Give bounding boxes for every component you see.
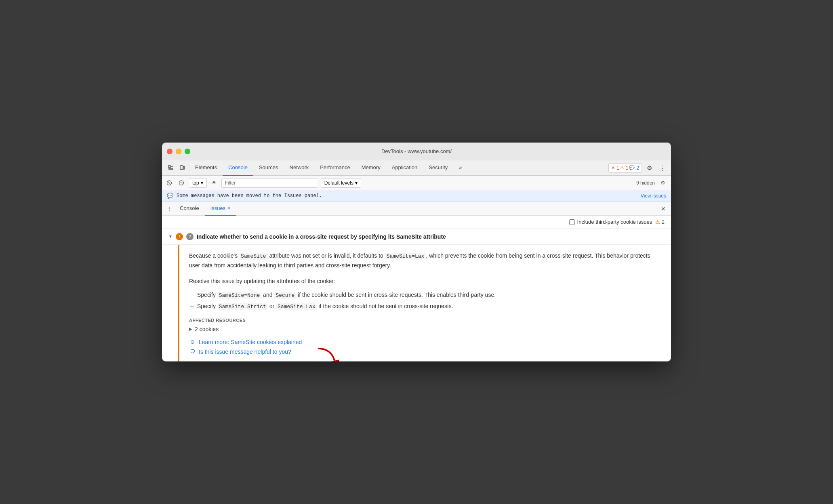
issue-detail-content: Because a cookie's SameSite attribute wa… (179, 245, 671, 361)
feedback-icon: 🗨 (189, 349, 196, 355)
svg-rect-0 (168, 166, 170, 168)
third-party-checkbox[interactable] (569, 219, 575, 225)
warning-icon: ⚠ (620, 165, 624, 170)
hidden-count: 9 hidden (636, 180, 655, 186)
traffic-lights (167, 149, 190, 154)
issue-body: Because a cookie's SameSite attribute wa… (162, 245, 671, 361)
more-options-icon[interactable]: ⋮ (656, 162, 668, 174)
issue-links: ⊙ Learn more: SameSite cookies explained… (189, 339, 661, 355)
issues-content: ▼ ! 2 Indicate whether to send a cookie … (162, 229, 671, 361)
warning-badge-icon: ⚠ (655, 219, 660, 225)
external-link-icon: ⊙ (189, 339, 196, 345)
devtools-nav-bar: Elements Console Sources Network Perform… (162, 160, 671, 176)
error-count: 1 (616, 165, 619, 171)
log-levels-button[interactable]: Default levels ▾ (321, 178, 361, 188)
tab-security[interactable]: Security (423, 160, 453, 176)
issues-header: Include third-party cookie issues ⚠ 2 (162, 216, 671, 229)
eye-icon[interactable]: 👁 (209, 178, 219, 188)
issue-warning-badge: ! (176, 233, 183, 240)
clear-console-icon[interactable] (164, 178, 174, 188)
tab-elements[interactable]: Elements (189, 160, 223, 176)
error-badge[interactable]: ✕ 1 ⚠ 1 💬 2 (608, 163, 642, 173)
sub-tab-bar: ⋮ Console Issues ✕ ✕ (162, 202, 671, 216)
dropdown-arrow-icon: ▾ (355, 180, 358, 186)
minimize-button[interactable] (176, 149, 181, 154)
tab-sources[interactable]: Sources (253, 160, 284, 176)
settings-icon[interactable]: ⚙ (644, 162, 655, 174)
message-count: 2 (636, 165, 639, 171)
learn-more-link[interactable]: ⊙ Learn more: SameSite cookies explained (189, 339, 661, 345)
message-icon: 💬 (629, 165, 635, 170)
inspect-element-icon[interactable] (165, 162, 177, 174)
issue-bullets: Specify SameSite=None and Secure if the … (189, 290, 661, 311)
tab-menu-icon[interactable]: ⋮ (165, 204, 174, 213)
third-party-checkbox-label[interactable]: Include third-party cookie issues (569, 219, 652, 225)
tab-network[interactable]: Network (284, 160, 315, 176)
context-selector[interactable]: top ▾ (189, 178, 207, 188)
cookies-arrow-icon: ▶ (189, 327, 192, 331)
toolbar-right: ✕ 1 ⚠ 1 💬 2 ⚙ ⋮ (608, 162, 668, 174)
info-chat-icon: 💬 (167, 193, 173, 199)
tab-memory[interactable]: Memory (356, 160, 386, 176)
issues-count-badge: ⚠ 2 (655, 219, 665, 225)
red-arrow-annotation (310, 344, 343, 361)
console-toolbar: top ▾ 👁 Default levels ▾ 9 hidden ⚙ (162, 176, 671, 190)
console-settings-icon[interactable]: ⚙ (657, 177, 669, 189)
tab-performance[interactable]: Performance (314, 160, 355, 176)
svg-rect-5 (183, 166, 185, 169)
warning-count: 1 (626, 165, 629, 171)
close-panel-icon[interactable]: ✕ (659, 204, 668, 213)
affected-resources: AFFECTED RESOURCES ▶ 2 cookies (189, 318, 661, 332)
maximize-button[interactable] (185, 149, 190, 154)
stop-logging-icon[interactable] (177, 178, 186, 188)
nav-tabs: Elements Console Sources Network Perform… (189, 160, 608, 176)
issue-title: Indicate whether to send a cookie in a c… (197, 233, 665, 240)
tab-application[interactable]: Application (386, 160, 423, 176)
sub-tab-right: ✕ (659, 204, 668, 213)
issue-description: Because a cookie's SameSite attribute wa… (189, 251, 661, 270)
error-icon: ✕ (611, 165, 615, 170)
svg-point-6 (181, 169, 182, 170)
filter-input[interactable] (221, 178, 318, 188)
info-banner-text: 💬 Some messages have been moved to the I… (167, 193, 322, 199)
dropdown-arrow-icon: ▾ (201, 180, 203, 186)
info-banner: 💬 Some messages have been moved to the I… (162, 190, 671, 202)
close-button[interactable] (167, 149, 172, 154)
helpful-link[interactable]: 🗨 Is this issue message helpful to you? (189, 349, 661, 355)
tab-console[interactable]: Console (223, 160, 253, 176)
title-bar: DevTools - www.youtube.com/ (162, 143, 671, 160)
sub-tab-console[interactable]: Console (174, 202, 205, 216)
console-toolbar-right: 9 hidden ⚙ (636, 177, 669, 189)
issue-resolve-text: Resolve this issue by updating the attri… (189, 277, 661, 286)
issue-header-row[interactable]: ▼ ! 2 Indicate whether to send a cookie … (162, 229, 671, 245)
issue-bullet-2: Specify SameSite=Strict or SameSite=Lax … (189, 302, 661, 311)
svg-line-8 (168, 181, 171, 184)
sub-tab-issues[interactable]: Issues ✕ (205, 202, 237, 216)
cookies-count: 2 cookies (195, 326, 219, 332)
affected-label: AFFECTED RESOURCES (189, 318, 661, 323)
devtools-window: DevTools - www.youtube.com/ Elements (162, 143, 671, 361)
close-issues-tab-icon[interactable]: ✕ (227, 206, 231, 211)
issue-bullet-1: Specify SameSite=None and Secure if the … (189, 290, 661, 300)
device-toolbar-icon[interactable] (177, 162, 188, 174)
window-title: DevTools - www.youtube.com/ (381, 148, 452, 154)
view-issues-link[interactable]: View issues (641, 193, 666, 199)
tab-more[interactable]: » (453, 160, 467, 176)
issue-collapse-arrow: ▼ (168, 234, 172, 239)
cookies-toggle[interactable]: ▶ 2 cookies (189, 326, 661, 332)
issue-count-badge: 2 (186, 233, 194, 240)
